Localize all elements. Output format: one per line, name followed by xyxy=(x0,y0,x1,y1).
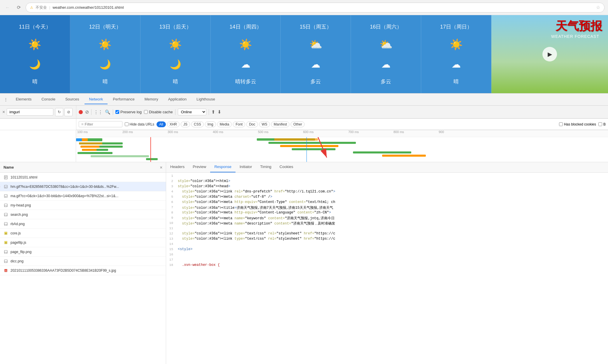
back-button[interactable]: ← xyxy=(3,3,12,12)
file-name: page_flip.png xyxy=(10,250,31,254)
weather-day-5[interactable]: 16日（周六） ⛅ ☁ 多云 xyxy=(351,15,421,93)
throttle-select[interactable]: Online Fast 3G Slow 3G Offline xyxy=(178,109,206,115)
response-panel: Headers Preview Response Initiator Timin… xyxy=(166,162,608,364)
weather-day-6[interactable]: 17日（周日） ☀️ ☁ 晴 xyxy=(421,15,491,93)
list-item[interactable]: png page_flip.png xyxy=(0,247,166,257)
list-item[interactable]: JS pagefilp.js xyxy=(0,238,166,247)
filter-tag-ws[interactable]: WS xyxy=(259,121,270,127)
line-content: style="color:#36a"><link type="text/css"… xyxy=(177,237,608,242)
search-input[interactable] xyxy=(7,108,53,116)
has-blocked-cookies-label[interactable]: Has blocked cookies xyxy=(559,122,596,126)
tab-network[interactable]: Network xyxy=(85,95,108,104)
filter-tag-all[interactable]: All xyxy=(157,121,166,127)
list-item[interactable]: png dicc.png xyxy=(0,257,166,266)
tab-preview[interactable]: Preview xyxy=(189,162,210,172)
file-name: pagefilp.js xyxy=(10,241,26,245)
filter-tag-doc[interactable]: Doc xyxy=(246,121,258,127)
filter-tag-xhr[interactable]: XHR xyxy=(167,121,180,127)
filter-tag-other[interactable]: Other xyxy=(291,121,305,127)
search-button[interactable]: 🔍 xyxy=(105,109,110,115)
weather-label-6: 晴 xyxy=(454,78,459,85)
list-item[interactable]: gif hm.gif?hca=E8285667DC538078&cc=1&ck=… xyxy=(0,182,166,191)
line-number: 7 xyxy=(166,205,177,211)
record-button[interactable] xyxy=(79,110,83,114)
list-item[interactable]: JS core.js xyxy=(0,229,166,238)
hide-data-urls-label[interactable]: Hide data URLs xyxy=(125,122,154,126)
code-line: 16 xyxy=(166,252,608,258)
import-button[interactable]: ⬆ xyxy=(211,109,215,115)
filter-tag-img[interactable]: Img xyxy=(205,121,216,127)
bar-10 xyxy=(78,152,113,154)
search-refresh-button[interactable]: ↻ xyxy=(55,108,63,116)
svg-text:png: png xyxy=(4,251,7,253)
reload-button[interactable]: ⟳ xyxy=(15,3,23,12)
line-number: 9 xyxy=(166,216,177,221)
list-item[interactable]: png search.png xyxy=(0,210,166,219)
tab-response[interactable]: Response xyxy=(210,162,236,172)
tab-memory[interactable]: Memory xyxy=(140,95,163,104)
preserve-log-label[interactable]: Preserve log xyxy=(115,110,142,114)
png-icon-2: png xyxy=(3,212,8,217)
filter-tag-font[interactable]: Font xyxy=(233,121,245,127)
tab-lighthouse[interactable]: Lighthouse xyxy=(192,95,220,104)
weather-day-0[interactable]: 11日（今天） ☀️ 🌙 晴 xyxy=(0,15,70,93)
search-area: × ↻ ⊘ xyxy=(0,106,76,119)
tab-headers[interactable]: Headers xyxy=(166,162,189,172)
tab-sources[interactable]: Sources xyxy=(61,95,84,104)
weather-forecast-image[interactable]: 天气预报 WEATHER FORECAST ▶ xyxy=(491,15,608,93)
url-text[interactable]: weather.com.cn/weather/101120101.shtml xyxy=(52,5,594,10)
tab-console[interactable]: Console xyxy=(37,95,60,104)
line-content: style="color:#36a"><meta name="keywords"… xyxy=(177,216,608,221)
svg-text:gif: gif xyxy=(5,195,7,197)
devtools-panel-button[interactable]: ⋮ xyxy=(1,95,10,104)
play-button[interactable]: ▶ xyxy=(542,47,557,61)
tab-timing[interactable]: Timing xyxy=(256,162,276,172)
bookmark-button[interactable]: ☆ xyxy=(596,5,600,10)
filter-tag-media[interactable]: Media xyxy=(217,121,232,127)
tab-application[interactable]: Application xyxy=(164,95,191,104)
tab-elements[interactable]: Elements xyxy=(11,95,36,104)
day-title-2: 13日（后天） xyxy=(159,23,191,30)
sun-icon-3: ☀️ xyxy=(239,38,252,51)
timeline-bars xyxy=(76,137,608,162)
search-block-button[interactable]: ⊘ xyxy=(64,108,73,116)
filter-tag-manifest[interactable]: Manifest xyxy=(271,121,289,127)
weather-day-1[interactable]: 12日（明天） ☀️ 🌙 晴 xyxy=(70,15,140,93)
weather-day-2[interactable]: 13日（后天） ☀️ 🌙 晴 xyxy=(140,15,211,93)
filter-input[interactable] xyxy=(85,122,120,126)
hide-data-urls-checkbox[interactable] xyxy=(125,122,129,126)
close-panel-button[interactable]: × xyxy=(160,165,162,170)
tick-800: 800 ms xyxy=(392,130,404,134)
toolbar-separator-2 xyxy=(113,109,113,115)
tab-cookies[interactable]: Cookies xyxy=(275,162,297,172)
disable-cache-label[interactable]: Disable cache xyxy=(144,110,173,114)
list-item[interactable]: JPG 2021011110053386336AAA73FD2B5D074C5B… xyxy=(0,266,166,275)
search-close-button[interactable]: × xyxy=(2,109,5,115)
export-button[interactable]: ⬇ xyxy=(217,109,221,115)
filter-tag-css[interactable]: CSS xyxy=(191,121,204,127)
line-number: 12 xyxy=(166,232,177,237)
moon-icon-2: 🌙 xyxy=(170,59,181,70)
file-name: ma.gif?cc=0&ck=1&cl=30-bit&ds=1440x900&e… xyxy=(10,194,118,198)
tab-initiator[interactable]: Initiator xyxy=(236,162,256,172)
filter-tag-js[interactable]: JS xyxy=(181,121,190,127)
tab-performance[interactable]: Performance xyxy=(108,95,139,104)
timeline-marker-2 xyxy=(306,137,307,162)
list-item[interactable]: gif ma.gif?cc=0&ck=1&cl=30-bit&ds=1440x9… xyxy=(0,191,166,201)
has-blocked-checkbox[interactable] xyxy=(559,122,563,126)
list-item[interactable]: png rbAd.png xyxy=(0,219,166,229)
filter-button[interactable]: ⋮⋮ xyxy=(94,109,103,115)
list-item[interactable]: 101120101.shtml xyxy=(0,173,166,182)
weather-day-3[interactable]: 14日（周四） ☀️ ☁ 晴转多云 xyxy=(211,15,281,93)
preserve-log-checkbox[interactable] xyxy=(115,110,119,114)
weather-day-4[interactable]: 15日（周五） ⛅ ☁ 多云 xyxy=(281,15,351,93)
weather-label-3: 晴转多云 xyxy=(235,78,256,85)
blocked-label[interactable]: B xyxy=(598,122,606,126)
disable-cache-checkbox[interactable] xyxy=(144,110,148,114)
list-item[interactable]: png my-head.png xyxy=(0,201,166,210)
file-list-header: Name × xyxy=(0,162,166,173)
clear-button[interactable]: ⊘ xyxy=(85,109,89,115)
bar-7 xyxy=(99,146,123,148)
blocked-b-checkbox[interactable] xyxy=(598,122,602,126)
png-icon-3: png xyxy=(3,222,8,226)
